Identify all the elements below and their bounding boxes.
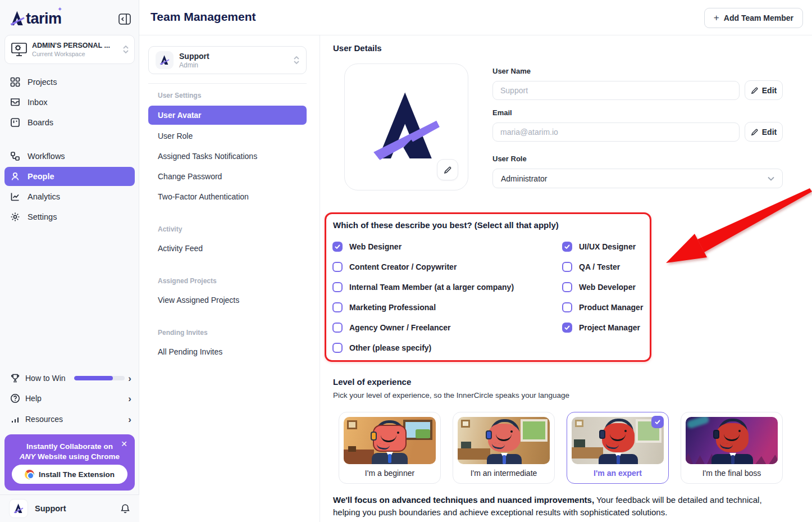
section-title-pending-invites: Pending Invites bbox=[158, 329, 208, 337]
checkbox[interactable] bbox=[332, 262, 343, 272]
checkbox[interactable] bbox=[562, 282, 572, 292]
user-details-title: User Details bbox=[333, 43, 382, 53]
close-icon[interactable]: ✕ bbox=[121, 439, 127, 448]
experience-description: We'll focus on advanced techniques and n… bbox=[333, 494, 782, 519]
user-role-label: User Role bbox=[492, 155, 527, 163]
experience-card-final-boss[interactable]: I'm the final boss bbox=[681, 412, 783, 484]
sidebar-item-projects[interactable]: Projects bbox=[0, 72, 139, 92]
checkbox[interactable] bbox=[562, 262, 572, 272]
sidebar-item-help[interactable]: Help › bbox=[0, 388, 139, 408]
check-icon bbox=[334, 243, 341, 250]
email-label: Email bbox=[492, 108, 512, 117]
nav-item-assigned-tasks-notifications[interactable]: Assigned Tasks Notifications bbox=[158, 152, 257, 161]
settings-gear-icon bbox=[10, 212, 20, 222]
user-avatar-card bbox=[344, 63, 468, 190]
nav-item-all-pending-invites[interactable]: All Pending Invites bbox=[158, 347, 222, 356]
email-input[interactable] bbox=[492, 122, 740, 142]
promo-any: ANY bbox=[20, 452, 36, 461]
how-to-win-progress-bar bbox=[74, 376, 125, 380]
sidebar-item-label: Settings bbox=[28, 212, 57, 221]
checkbox-project-manager[interactable]: Project Manager bbox=[562, 323, 640, 333]
sidebar-item-settings[interactable]: Settings bbox=[0, 207, 139, 227]
atarim-wordmark: tarim bbox=[26, 10, 62, 27]
selected-check-badge bbox=[651, 416, 664, 428]
edit-avatar-button[interactable] bbox=[437, 159, 458, 180]
plus-icon: + bbox=[714, 12, 719, 24]
workspace-subtitle: Current Workspace bbox=[32, 51, 118, 57]
nav-item-two-factor-authentication[interactable]: Two-Factor Authentication bbox=[158, 192, 249, 201]
chrome-icon bbox=[25, 470, 34, 479]
section-title-user-settings: User Settings bbox=[158, 92, 201, 99]
install-extension-button[interactable]: Install The Extension bbox=[12, 465, 127, 484]
final-boss-illustration bbox=[686, 417, 778, 464]
section-title-activity: Activity bbox=[158, 225, 182, 233]
promo-line1: Instantly Collaborate on bbox=[4, 442, 135, 452]
atarim-logo[interactable]: tarim ✦ bbox=[9, 10, 62, 27]
edit-label: Edit bbox=[762, 86, 777, 95]
sidebar-item-resources[interactable]: Resources › bbox=[0, 409, 139, 429]
experience-card-label: I'm the final boss bbox=[681, 469, 782, 478]
edit-email-button[interactable]: Edit bbox=[745, 122, 783, 142]
checkbox-internal-team-member[interactable]: Internal Team Member (at a larger compan… bbox=[332, 282, 514, 292]
chevron-updown-icon bbox=[294, 56, 299, 65]
add-team-member-label: Add Team Member bbox=[724, 13, 793, 22]
nav-item-activity-feed[interactable]: Activity Feed bbox=[158, 244, 203, 253]
expert-illustration bbox=[572, 417, 664, 464]
edit-user-name-button[interactable]: Edit bbox=[745, 80, 783, 100]
experience-card-label: I'm a beginner bbox=[339, 469, 440, 478]
atarim-logo-mark bbox=[9, 10, 26, 27]
current-user-name: Support bbox=[35, 504, 113, 513]
member-selector[interactable]: Support Admin bbox=[148, 46, 307, 74]
chevron-updown-icon bbox=[123, 45, 129, 54]
checkbox-agency-owner[interactable]: Agency Owner / Freelancer bbox=[332, 323, 451, 333]
checkbox-marketing-professional[interactable]: Marketing Professional bbox=[332, 302, 436, 312]
main-content: User Details User Name Edit Email Edit bbox=[320, 35, 812, 522]
checkbox[interactable] bbox=[332, 242, 343, 252]
experience-card-expert[interactable]: I'm an expert bbox=[567, 412, 669, 484]
sidebar-item-analytics[interactable]: Analytics bbox=[0, 187, 139, 207]
member-role: Admin bbox=[179, 61, 288, 69]
nav-item-view-assigned-projects[interactable]: View Assigned Projects bbox=[158, 296, 239, 305]
chevron-right-icon: › bbox=[128, 374, 131, 383]
user-name-input[interactable] bbox=[492, 81, 740, 100]
user-name-label: User Name bbox=[492, 67, 531, 75]
chevron-right-icon: › bbox=[128, 415, 131, 424]
checkbox[interactable] bbox=[562, 242, 572, 252]
settings-nav: Support Admin User Settings User Avatar … bbox=[139, 35, 320, 522]
checkbox[interactable] bbox=[332, 302, 343, 312]
user-role-select[interactable]: Administrator bbox=[492, 169, 783, 188]
checkbox[interactable] bbox=[332, 282, 343, 292]
sidebar-user-bar[interactable]: Support bbox=[0, 494, 139, 522]
nav-item-user-avatar[interactable]: User Avatar bbox=[148, 106, 307, 125]
collapse-sidebar-icon[interactable] bbox=[118, 13, 131, 25]
sidebar-item-how-to-win[interactable]: How to Win › bbox=[0, 368, 139, 388]
nav-item-user-role[interactable]: User Role bbox=[158, 131, 193, 140]
experience-card-intermediate[interactable]: I'm an intermediate bbox=[453, 412, 555, 484]
sidebar-item-inbox[interactable]: Inbox bbox=[0, 92, 139, 112]
bell-icon[interactable] bbox=[120, 503, 130, 514]
checkbox-uiux-designer[interactable]: UI/UX Designer bbox=[562, 242, 636, 252]
checkbox-product-manager[interactable]: Product Manager bbox=[562, 302, 643, 312]
checkbox[interactable] bbox=[332, 343, 343, 353]
sidebar-item-workflows[interactable]: Workflows bbox=[0, 146, 139, 166]
experience-card-beginner[interactable]: I'm a beginner bbox=[339, 412, 441, 484]
checkbox-web-developer[interactable]: Web Developer bbox=[562, 282, 636, 292]
pencil-icon bbox=[444, 166, 452, 174]
checkbox-web-designer[interactable]: Web Designer bbox=[332, 242, 402, 252]
trophy-icon bbox=[10, 373, 20, 383]
checkbox[interactable] bbox=[562, 302, 572, 312]
workflows-icon bbox=[10, 151, 20, 161]
experience-title: Level of experience bbox=[333, 377, 411, 387]
checkbox-content-creator[interactable]: Content Creator / Copywriter bbox=[332, 262, 457, 272]
checkbox[interactable] bbox=[332, 323, 343, 333]
nav-item-change-password[interactable]: Change Password bbox=[158, 172, 222, 181]
sidebar-item-people[interactable]: People bbox=[4, 167, 135, 186]
add-team-member-button[interactable]: + Add Team Member bbox=[704, 8, 803, 28]
primary-sidebar: tarim ✦ ADMIN'S PERSONAL ... Current Wor… bbox=[0, 0, 139, 522]
page-title: Team Management bbox=[150, 10, 256, 24]
checkbox[interactable] bbox=[562, 323, 572, 333]
sidebar-item-boards[interactable]: Boards bbox=[0, 112, 139, 133]
workspace-selector[interactable]: ADMIN'S PERSONAL ... Current Workspace bbox=[4, 35, 135, 64]
checkbox-other[interactable]: Other (please specify) bbox=[332, 343, 431, 353]
checkbox-qa-tester[interactable]: QA / Tester bbox=[562, 262, 620, 272]
